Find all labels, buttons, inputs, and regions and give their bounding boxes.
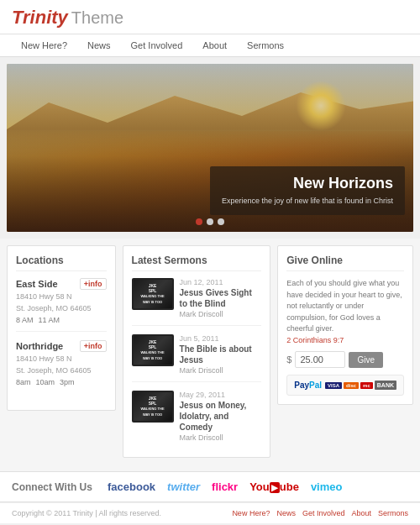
sermon-author-1: Mark Driscoll	[180, 310, 262, 318]
nav-list: New Here? News Get Involved About Sermon…	[12, 34, 408, 56]
sermon-item-1: JKESPLWALKING THEWAY IS TOO Jun 12, 2011…	[132, 278, 262, 326]
currency-symbol: $	[286, 354, 291, 365]
nav-link-get-involved[interactable]: Get Involved	[122, 34, 192, 56]
nav-item-sermons[interactable]: Sermons	[238, 34, 293, 56]
give-amount-input[interactable]	[295, 351, 345, 368]
logo-trinity: Trinity	[12, 7, 68, 29]
sermon-thumb-1: JKESPLWALKING THEWAY IS TOO	[132, 278, 174, 310]
sermon-title-3[interactable]: Jesus on Money, Idolatry, and Comedy	[180, 400, 262, 433]
sermons-column: Latest Sermons JKESPLWALKING THEWAY IS T…	[123, 245, 271, 465]
footer-nav-get-involved[interactable]: Get Involved	[302, 509, 345, 517]
location-east-side-info[interactable]: +info	[80, 278, 107, 290]
paypal-pal: Pal	[309, 381, 322, 390]
hero-subtitle: Experience the joy of new life that is f…	[222, 196, 393, 207]
paypal-logo: PayPal	[294, 381, 322, 390]
location-northridge-times: 8am 10am 3pm	[16, 378, 107, 386]
sermon-thumb-text-2: JKESPLWALKING THEWAY IS TOO	[141, 339, 165, 361]
sermon-thumb-2: JKESPLWALKING THEWAY IS TOO	[132, 334, 174, 366]
give-button[interactable]: Give	[349, 352, 383, 368]
time-1: 8 AM	[16, 316, 34, 324]
time-2: 11 AM	[39, 316, 60, 324]
location-east-side-label: East Side	[16, 279, 58, 289]
paypal-box: PayPal VISA disc mc BANK	[286, 375, 404, 396]
nav-item-news[interactable]: News	[78, 34, 120, 56]
sermon-author-3: Mark Driscoll	[180, 433, 262, 442]
flickr-link[interactable]: flickr	[212, 480, 238, 493]
nav-item-about[interactable]: About	[193, 34, 236, 56]
location-east-side-times: 8 AM 11 AM	[16, 316, 107, 324]
nav-link-about[interactable]: About	[193, 34, 236, 56]
bank-icon: BANK	[375, 381, 396, 390]
sermon-thumb-text-3: JKESPLWALKING THEWAY IS TOO	[141, 396, 165, 417]
give-column: Give Online Each of you should give what…	[277, 245, 413, 465]
location-east-side-name: East Side +info	[16, 278, 107, 290]
sermon-date-2: Jun 5, 2011	[180, 334, 262, 343]
footer-nav-about[interactable]: About	[351, 509, 371, 517]
give-box: Give Online Each of you should give what…	[277, 245, 413, 405]
give-description: Each of you should give what you have de…	[286, 278, 404, 346]
location-northridge-name: Northridge +info	[16, 340, 107, 352]
hero-dot-3[interactable]	[218, 218, 224, 225]
footer-nav-sermons[interactable]: Sermons	[378, 509, 408, 517]
location-east-side: East Side +info 18410 Hwy 58 NSt. Joseph…	[16, 278, 107, 332]
hero-title: New Horizons	[222, 175, 393, 192]
footer: Copyright © 2011 Trinity | All rights re…	[0, 502, 420, 523]
give-verse[interactable]: 2 Corinthians 9:7	[286, 336, 344, 344]
northridge-time-3: 3pm	[60, 378, 75, 386]
visa-icon: VISA	[325, 382, 342, 389]
paypal-pay: Pay	[294, 381, 309, 390]
nav-link-new-here[interactable]: New Here?	[12, 34, 76, 56]
location-northridge-address: 18410 Hwy 58 NSt. Joseph, MO 64605	[16, 354, 107, 376]
footer-nav-new-here[interactable]: New Here?	[232, 509, 270, 517]
sermons-box: Latest Sermons JKESPLWALKING THEWAY IS T…	[123, 245, 271, 458]
hero-dots	[196, 218, 224, 225]
nav-link-sermons[interactable]: Sermons	[238, 34, 293, 56]
twitter-link[interactable]: twitter	[167, 480, 200, 493]
hero-dot-2[interactable]	[207, 218, 213, 225]
hero-text-box: New Horizons Experience the joy of new l…	[210, 166, 405, 215]
hero-banner: New Horizons Experience the joy of new l…	[7, 64, 413, 232]
location-east-side-address: 18410 Hwy 58 NSt. Joseph, MO 64605	[16, 291, 107, 314]
northridge-time-2: 10am	[36, 378, 55, 386]
sermon-thumb-inner-2: JKESPLWALKING THEWAY IS TOO	[134, 336, 172, 365]
connect-label: Connect With Us	[12, 481, 96, 493]
sermon-author-2: Mark Driscoll	[180, 366, 262, 375]
sermon-thumb-text-1: JKESPLWALKING THEWAY IS TOO	[141, 283, 165, 305]
northridge-time-1: 8am	[16, 378, 31, 386]
main-nav: New Here? News Get Involved About Sermon…	[0, 34, 420, 57]
card-icons: VISA disc mc BANK	[325, 381, 396, 390]
nav-link-news[interactable]: News	[78, 34, 120, 56]
footer-nav-news[interactable]: News	[276, 509, 296, 517]
connect-section: Connect With Us facebook twitter flickr …	[0, 471, 420, 502]
sermon-meta-2: Jun 5, 2011 The Bible is about Jesus Mar…	[180, 334, 262, 375]
nav-item-new-here[interactable]: New Here?	[12, 34, 76, 56]
youtube-link[interactable]: You▶ube	[249, 480, 299, 493]
vimeo-link[interactable]: vimeo	[311, 480, 343, 493]
sermon-thumb-inner-1: JKESPLWALKING THEWAY IS TOO	[134, 280, 172, 308]
sermon-title-2[interactable]: The Bible is about Jesus	[180, 344, 262, 365]
locations-box: Locations East Side +info 18410 Hwy 58 N…	[7, 245, 116, 411]
footer-nav: New Here? News Get Involved About Sermon…	[232, 509, 408, 517]
locations-column: Locations East Side +info 18410 Hwy 58 N…	[7, 245, 116, 465]
logo: Trinity Theme	[12, 7, 408, 29]
give-title: Give Online	[286, 255, 404, 271]
sermon-title-1[interactable]: Jesus Gives Sight to the Blind	[180, 287, 262, 309]
location-northridge-info[interactable]: +info	[80, 340, 107, 352]
header: Trinity Theme	[0, 0, 420, 34]
logo-theme: Theme	[71, 8, 123, 28]
sermon-thumb-3: JKESPLWALKING THEWAY IS TOO	[132, 391, 174, 423]
main-content: Locations East Side +info 18410 Hwy 58 N…	[0, 239, 420, 471]
sermon-date-1: Jun 12, 2011	[180, 278, 262, 286]
sermon-meta-1: Jun 12, 2011 Jesus Gives Sight to the Bl…	[180, 278, 262, 318]
locations-title: Locations	[16, 255, 107, 271]
sermon-date-3: May 29, 2011	[180, 391, 262, 399]
mastercard-icon: mc	[360, 382, 373, 389]
location-northridge: Northridge +info 18410 Hwy 58 NSt. Josep…	[16, 340, 107, 393]
sermon-meta-3: May 29, 2011 Jesus on Money, Idolatry, a…	[180, 391, 262, 442]
social-links: facebook twitter flickr You▶ube vimeo	[108, 480, 342, 493]
footer-copyright: Copyright © 2011 Trinity | All rights re…	[12, 509, 161, 517]
location-northridge-label: Northridge	[16, 341, 63, 351]
nav-item-get-involved[interactable]: Get Involved	[122, 34, 192, 56]
facebook-link[interactable]: facebook	[108, 480, 155, 493]
hero-dot-1[interactable]	[196, 218, 202, 225]
